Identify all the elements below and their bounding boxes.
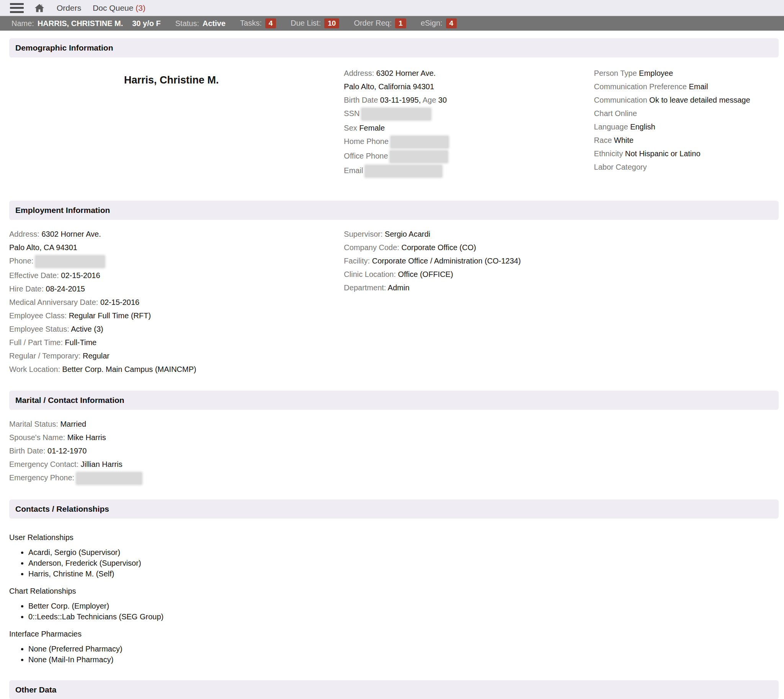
list-item: 0::Leeds::Lab Technicians (SEG Group) (28, 613, 779, 621)
field-emergency-contact: Emergency Contact: Jillian Harris (9, 459, 779, 470)
tasks-label: Tasks: (240, 19, 262, 28)
field-address-line2: Palo Alto, California 94301 (344, 81, 594, 92)
status-group: Status: Active (175, 19, 225, 28)
chart-relationships-title: Chart Relationships (9, 587, 779, 596)
redacted-emp-phone (36, 256, 104, 267)
status-label: Status: (175, 19, 199, 28)
employment-body: Address: 6302 Horner Ave. Palo Alto, CA … (9, 220, 779, 386)
patient-header-bar: Name: HARRIS, CHRISTINE M. 30 y/o F Stat… (0, 16, 784, 31)
field-full-part-time: Full / Part Time: Full-Time (9, 338, 344, 348)
user-relationships-list: Acardi, Sergio (Supervisor) Anderson, Fr… (9, 548, 779, 578)
redacted-office-phone (390, 151, 448, 162)
field-regular-temporary: Regular / Temporary: Regular (9, 351, 344, 361)
top-nav-bar: Orders Doc Queue (3) (0, 0, 784, 16)
patient-name-group: Name: HARRIS, CHRISTINE M. 30 y/o F (12, 19, 161, 28)
field-work-location: Work Location: Better Corp. Main Campus … (9, 364, 344, 374)
field-person-type: Person Type Employee (594, 68, 779, 78)
redacted-email (365, 166, 442, 177)
field-birth-date: Birth Date 03-11-1995, Age 30 (344, 95, 594, 105)
redacted-emergency-phone (76, 473, 142, 484)
demographic-body: Harris, Christine M. Address: 6302 Horne… (9, 58, 779, 196)
nav-doc-queue[interactable]: Doc Queue (3) (93, 3, 146, 13)
field-emp-address-line2: Palo Alto, CA 94301 (9, 242, 344, 253)
doc-queue-count: (3) (136, 3, 146, 12)
field-spouse-birth-date: Birth Date: 01-12-1970 (9, 446, 779, 456)
redacted-home-phone (391, 136, 448, 148)
interface-pharmacies-list: None (Preferred Pharmacy) None (Mail-In … (9, 644, 779, 664)
order-req-group: Order Req: 1 (354, 18, 406, 29)
employment-left-column: Address: 6302 Horner Ave. Palo Alto, CA … (9, 226, 344, 378)
list-item: Anderson, Frederick (Supervisor) (28, 559, 779, 568)
list-item: Better Corp. (Employer) (28, 602, 779, 611)
order-req-count-badge[interactable]: 1 (395, 18, 406, 29)
field-facility: Facility: Corporate Office / Administrat… (344, 256, 779, 266)
patient-name: HARRIS, CHRISTINE M. (38, 19, 123, 28)
esign-count-badge[interactable]: 4 (446, 18, 457, 29)
due-list-label: Due List: (291, 19, 321, 28)
field-home-phone: Home Phone (344, 136, 594, 148)
esign-group: eSign: 4 (421, 18, 457, 29)
field-clinic-location: Clinic Location: Office (OFFICE) (344, 269, 779, 280)
field-chart-online: Chart Online (594, 108, 779, 119)
due-list-count-badge[interactable]: 10 (324, 18, 339, 29)
field-language: Language English (594, 122, 779, 132)
section-header-contacts: Contacts / Relationships (9, 499, 779, 518)
employment-right-column: Supervisor: Sergio Acardi Company Code: … (344, 226, 779, 378)
section-header-other-data: Other Data (9, 680, 779, 699)
field-employee-class: Employee Class: Regular Full Time (RFT) (9, 311, 344, 321)
field-supervisor: Supervisor: Sergio Acardi (344, 229, 779, 239)
interface-pharmacies-title: Interface Pharmacies (9, 629, 779, 638)
field-company-code: Company Code: Corporate Office (CO) (344, 242, 779, 253)
field-race: Race White (594, 135, 779, 146)
chart-summary-content: Demographic Information Harris, Christin… (0, 31, 784, 699)
section-header-marital: Marital / Contact Information (9, 391, 779, 410)
field-ssn: SSN (344, 108, 594, 120)
marital-body: Marital Status: Married Spouse's Name: M… (9, 410, 779, 495)
field-department: Department: Admin (344, 283, 779, 293)
list-item: None (Preferred Pharmacy) (28, 644, 779, 653)
field-emergency-phone: Emergency Phone: (9, 473, 779, 484)
section-header-employment: Employment Information (9, 201, 779, 220)
nav-orders[interactable]: Orders (57, 3, 81, 13)
field-communication: Communication Ok to leave detailed messa… (594, 95, 779, 105)
field-emp-phone: Phone: (9, 256, 344, 267)
field-effective-date: Effective Date: 02-15-2016 (9, 270, 344, 281)
redacted-ssn (362, 108, 431, 120)
user-relationships-title: User Relationships (9, 533, 779, 542)
contacts-body: User Relationships Acardi, Sergio (Super… (9, 518, 779, 676)
field-hire-date: Hire Date: 08-24-2015 (9, 284, 344, 294)
tasks-count-badge[interactable]: 4 (265, 18, 276, 29)
menu-icon[interactable] (10, 3, 24, 13)
list-item: Acardi, Sergio (Supervisor) (28, 548, 779, 557)
patient-age-sex: 30 y/o F (132, 19, 160, 28)
field-medical-anniversary: Medical Anniversary Date: 02-15-2016 (9, 297, 344, 308)
field-emp-address: Address: 6302 Horner Ave. (9, 229, 344, 239)
esign-label: eSign: (421, 19, 443, 28)
field-office-phone: Office Phone (344, 151, 594, 162)
home-icon[interactable] (34, 3, 45, 13)
field-ethnicity: Ethnicity Not Hispanic or Latino (594, 149, 779, 159)
section-header-demographic: Demographic Information (9, 38, 779, 58)
field-sex: Sex Female (344, 123, 594, 133)
list-item: None (Mail-In Pharmacy) (28, 655, 779, 664)
field-address: Address: 6302 Horner Ave. (344, 68, 594, 78)
status-value: Active (202, 19, 225, 28)
name-label: Name: (12, 19, 34, 28)
list-item: Harris, Christine M. (Self) (28, 570, 779, 578)
field-marital-status: Marital Status: Married (9, 419, 779, 429)
tasks-group: Tasks: 4 (240, 18, 276, 29)
demographic-name-column: Harris, Christine M. (9, 65, 344, 180)
field-spouse-name: Spouse's Name: Mike Harris (9, 432, 779, 443)
chart-relationships-list: Better Corp. (Employer) 0::Leeds::Lab Te… (9, 602, 779, 621)
field-email: Email (344, 166, 594, 177)
due-list-group: Due List: 10 (291, 18, 339, 29)
field-communication-preference: Communication Preference Email (594, 81, 779, 92)
demographic-right-column: Person Type Employee Communication Prefe… (594, 65, 779, 180)
order-req-label: Order Req: (354, 19, 392, 28)
demographic-middle-column: Address: 6302 Horner Ave. Palo Alto, Cal… (344, 65, 594, 180)
field-labor-category: Labor Category (594, 162, 779, 172)
patient-display-name: Harris, Christine M. (124, 74, 344, 86)
field-employee-status: Employee Status: Active (3) (9, 324, 344, 335)
